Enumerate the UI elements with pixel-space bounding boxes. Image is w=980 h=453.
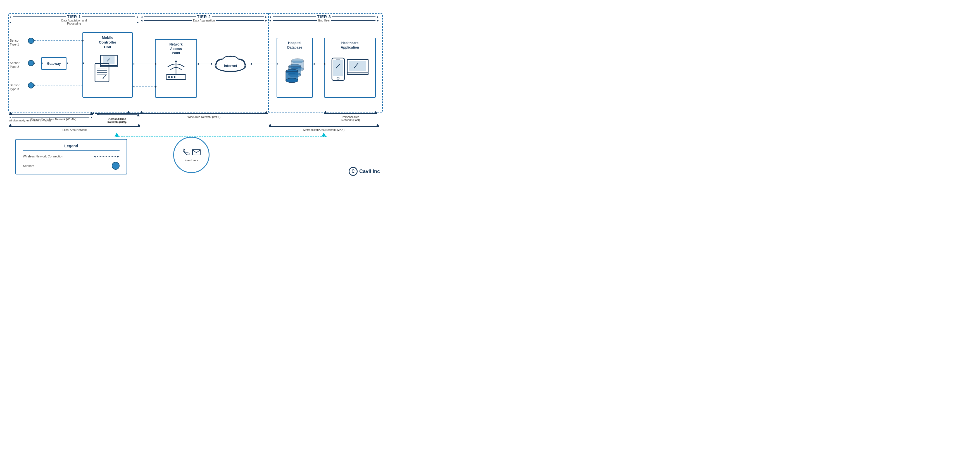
svg-text:Internet: Internet (224, 63, 237, 68)
man-section: MetropolitanArea Network (MAN) (269, 124, 379, 131)
db-app-line (313, 63, 325, 64)
pan1-text: Personal AreaNetwork (PAN) (94, 118, 140, 124)
lan-arrow-left (9, 124, 12, 126)
lan-label: Local Area Network (62, 128, 87, 131)
lan-arrow-right (137, 124, 140, 126)
feedback-circle: Feedback (173, 137, 210, 173)
healthcare-app-node: HealthcareApplication (324, 38, 376, 98)
man-label: MetropolitanArea Network (MAN) (303, 128, 344, 131)
svg-rect-45 (192, 149, 200, 155)
internet-node: Internet (211, 52, 250, 74)
legend-sensors-item: Sensors (23, 162, 119, 170)
legend-wireless-label: Wireless Network Connection (23, 155, 91, 158)
end-user-label: End User (318, 19, 330, 22)
tier3-label: TIER 3 (317, 14, 331, 19)
wan-arrow-right (265, 111, 267, 113)
pan2-label: Personal AreaNetwork (PAN) (341, 116, 360, 122)
sensor-type2-label: SensorType 2 (10, 61, 19, 69)
tier1-label: TIER 1 (67, 14, 81, 19)
svg-point-36 (337, 77, 339, 79)
end-user-arrow: ◄ End User ► (269, 19, 379, 22)
svg-rect-41 (347, 73, 368, 74)
nap-internet-line (197, 63, 212, 64)
main-diagram: ◄ TIER 1 ► ◄ TIER 2 ► ◄ TIER 3 ► ◄ Data … (0, 0, 391, 181)
sensor-type3-label: SensorType 3 (10, 83, 19, 91)
sensor-type1-label: SensorType 1 (10, 38, 19, 47)
tier-divider-1 (140, 13, 140, 112)
pan1-arrow-up (127, 111, 130, 113)
legend-box: Legend Wireless Network Connection ◄ ► S… (15, 139, 127, 174)
svg-rect-35 (333, 60, 343, 76)
tier-divider-2 (268, 13, 269, 112)
hospital-db-node: HospitalDatabase (277, 38, 313, 98)
cyan-arrow-right (321, 133, 326, 136)
svg-point-15 (174, 76, 175, 78)
tier1-arrow: ◄ TIER 1 ► (9, 14, 139, 19)
internet-db-line (251, 63, 277, 64)
lan-section: Local Area Network (9, 124, 140, 131)
svg-point-14 (171, 76, 173, 78)
data-acq-arrow: ◄ Data Acquisition andProcessing ► (9, 19, 139, 25)
svg-point-13 (168, 76, 170, 78)
hospital-db-label: HospitalDatabase (287, 41, 302, 50)
data-agg-label: Data Aggregation (193, 19, 215, 22)
tier2-arrow: ◄ TIER 2 ► (140, 14, 267, 19)
wban-text: Wireless Body Area Network (WBAN) (11, 118, 95, 121)
man-arrow-left (269, 124, 272, 126)
legend-wireless-item: Wireless Network Connection ◄ ► (23, 155, 119, 158)
pan2-section: Personal AreaNetwork (PAN) (324, 111, 377, 122)
pan2-arrow-left (324, 111, 327, 113)
man-arrow-right (376, 124, 379, 126)
mcu-nap-lower-connector (133, 87, 156, 87)
sensor3-mcu-h-connector (34, 85, 83, 86)
gateway-node: Gateway (41, 57, 67, 70)
wan-label: Wide Area Network (WAN) (188, 116, 220, 119)
data-acq-label: Data Acquisition andProcessing (61, 19, 87, 25)
sensor1-mcu-connector (34, 40, 83, 41)
mcu-label: MobileControllerUnit (99, 35, 116, 50)
cavli-text: Cavli Inc (359, 169, 380, 174)
tier3-arrow: ◄ TIER 3 ► (269, 14, 379, 19)
cavli-logo: C Cavli Inc (348, 167, 380, 176)
nap-node: NetworkAccessPoint (155, 39, 197, 98)
gateway-label: Gateway (47, 62, 60, 66)
wan-arrow-left (140, 111, 143, 113)
wban-h-line (10, 114, 93, 115)
cyan-dashed-line (116, 136, 327, 137)
wan-section: Wide Area Network (WAN) (140, 111, 267, 119)
pan1-h-line (97, 114, 137, 115)
gateway-mcu-connector (67, 63, 83, 63)
legend-sensors-label: Sensors (23, 164, 109, 168)
svg-marker-11 (102, 78, 103, 79)
data-agg-arrow: ◄ Data Aggregation ► (140, 19, 267, 22)
feedback-label: Feedback (185, 158, 198, 162)
cyan-arrow-left (115, 133, 119, 136)
mcu-node: MobileControllerUnit (83, 32, 133, 98)
tier2-label: TIER 2 (197, 14, 211, 19)
svg-line-10 (103, 75, 106, 78)
pan2-arrow-right (374, 111, 377, 113)
svg-point-33 (286, 78, 298, 82)
healthcare-app-label: HealthcareApplication (341, 41, 359, 50)
mcu-nap-line (133, 63, 156, 64)
cavli-circle-icon: C (348, 167, 358, 176)
legend-title: Legend (23, 144, 119, 151)
svg-rect-42 (349, 61, 366, 71)
nap-label: NetworkAccessPoint (169, 43, 183, 55)
svg-point-17 (175, 60, 177, 62)
legend-sensor-dot (112, 162, 119, 170)
